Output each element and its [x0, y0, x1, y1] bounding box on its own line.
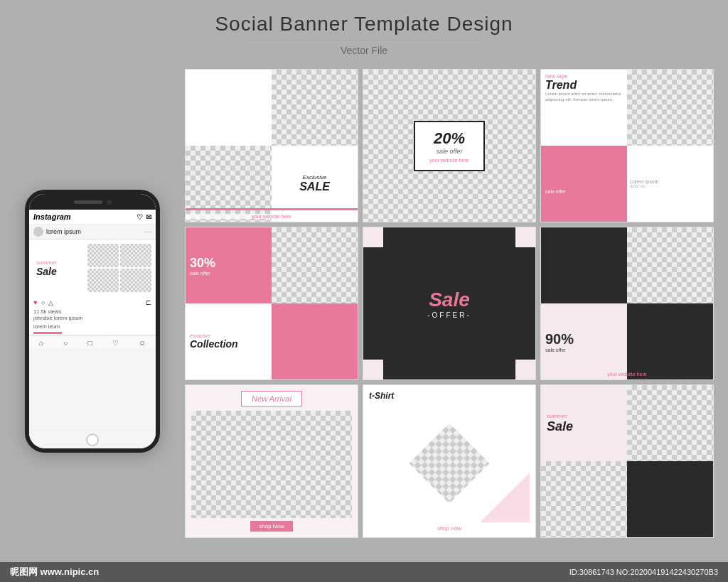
banner-summer-sale: summer Sale — [540, 384, 714, 538]
insta-actions: ♥ ○ △ ⊏ — [29, 296, 156, 308]
b3-bottom-right: Lorem ipsum dolor sit — [627, 146, 713, 222]
b3-desc2: Lorem ipsum — [630, 179, 710, 184]
banner-exclusive-sale: Exclusive SALE your website here — [185, 69, 358, 222]
camera-icon[interactable]: □ — [87, 339, 92, 347]
search-icon[interactable]: ○ — [63, 339, 68, 347]
like-icon[interactable]: ♥ — [33, 298, 38, 306]
insta-username: lorem ipsum — [46, 228, 141, 235]
insta-post-content: summer Sale ♥ ○ △ — [29, 239, 156, 334]
b1-top-left — [186, 70, 272, 146]
profile-icon[interactable]: ☺ — [139, 339, 146, 347]
phone-mockup: Instagram ♡ ✉ lorem ipsum ⋯ summer — [25, 190, 160, 453]
phone-top-bar — [29, 194, 156, 210]
sale-label: Sale — [547, 419, 621, 434]
send-icon: ✉ — [146, 213, 151, 221]
checker-bl — [87, 269, 119, 292]
insta-comment2: lorem leum — [29, 323, 156, 332]
insta-header: Instagram ♡ ✉ — [29, 210, 156, 225]
summer-label: summer — [547, 413, 621, 419]
b3-top-left: New Style Trend Lorem ipsum dolor sit am… — [541, 70, 627, 146]
summer-label: summer — [36, 259, 82, 266]
exclusive-label: Exclusive — [303, 174, 327, 180]
b6-bottom-left: 90% sale offer — [541, 303, 627, 379]
insta-bottom-nav[interactable]: ⌂ ○ □ ♡ ☺ — [29, 335, 156, 348]
corner-tr — [515, 227, 535, 247]
b2-percent: 20% — [429, 129, 469, 148]
banner-grid-container: Exclusive SALE your website here 20% sal… — [185, 69, 714, 573]
b4-collection: Collection — [190, 338, 267, 350]
b8-diamond — [409, 423, 489, 503]
corner-br — [515, 360, 535, 379]
phone-speaker — [74, 200, 102, 204]
b8-shop[interactable]: shop now — [369, 525, 530, 532]
b4-bottom-left: exclusive Collection — [186, 303, 272, 379]
b4-top-left: 30% sale offer — [186, 227, 272, 303]
b9-top-left: summer Sale — [541, 385, 627, 461]
b3-percent: 10% — [545, 174, 623, 189]
new-arrival-label: New Arrival — [241, 391, 302, 406]
b6-percent: 90% — [545, 331, 623, 347]
b3-offer: sale offer — [545, 189, 623, 194]
sale-right — [87, 244, 151, 292]
banner-grid: Exclusive SALE your website here 20% sal… — [185, 69, 714, 538]
b5-sale: Sale — [427, 289, 471, 311]
banner-tshirt: t-Shirt shop now — [363, 384, 536, 538]
heart-icon: ♡ — [136, 213, 143, 221]
insta-nav-bar: lorem ipsum ⋯ — [29, 225, 156, 239]
banner-new-arrival: New Arrival shop Now — [185, 384, 358, 538]
checker-tl — [87, 244, 119, 267]
b2-inner: 20% sale offer your website here — [414, 121, 484, 171]
b2-offer: sale offer — [429, 148, 469, 155]
pink-accent-line — [186, 208, 358, 210]
trend-desc: Lorem ipsum dolor sit amet, consectetur … — [545, 92, 623, 103]
b7-shop[interactable]: shop Now — [250, 521, 293, 532]
insta-more-icon: ⋯ — [144, 228, 151, 236]
b4-percent: 30% — [190, 256, 267, 271]
b6-top-left — [541, 227, 627, 303]
banner-20-sale: 20% sale offer your website here — [363, 69, 536, 222]
checker-br — [120, 269, 151, 292]
corner-tl — [363, 227, 383, 247]
share-icon[interactable]: △ — [48, 299, 53, 306]
home-icon[interactable]: ⌂ — [39, 339, 43, 347]
sale-label: SALE — [299, 180, 330, 193]
page-header: Social Banner Template Design Vector Fil… — [0, 0, 728, 62]
b3-bottom-left: 10% sale offer — [541, 146, 627, 222]
b6-offer: sale offer — [545, 347, 623, 352]
page-title: Social Banner Template Design — [0, 13, 728, 36]
banner-trend: New Style Trend Lorem ipsum dolor sit am… — [540, 69, 714, 222]
insta-sale-banner: summer Sale — [29, 239, 156, 296]
phone-bottom-bar — [29, 430, 156, 448]
b4-bottom-right — [272, 303, 358, 379]
sale-label: Sale — [36, 266, 82, 277]
b5-inner: Sale -OFFER- — [414, 281, 484, 326]
insta-avatar — [33, 227, 43, 237]
pink-bar — [33, 332, 62, 334]
bookmark-icon[interactable]: ⊏ — [146, 299, 151, 306]
comment-icon[interactable]: ○ — [41, 299, 45, 306]
pink-triangle — [480, 473, 530, 522]
phone-camera — [107, 200, 112, 205]
insta-views: 11.5k views — [29, 308, 156, 315]
phone-home-button[interactable] — [86, 433, 99, 446]
website-label: your website here — [186, 214, 358, 219]
watermark-bar: 昵图网 www.nipic.cn ID:30861743 NO:20200419… — [0, 562, 728, 582]
corner-bl — [363, 360, 383, 379]
insta-comment: johndoe lorem ipsum — [29, 315, 156, 323]
b4-offer: sale offer — [190, 271, 267, 276]
b9-bottom-right — [627, 461, 713, 537]
b3-desc3: dolor sit — [630, 184, 710, 188]
checker-tr — [120, 244, 151, 267]
b8-diamond-container — [369, 404, 530, 522]
b1-top-right — [272, 70, 358, 146]
banner-90-sale: 90% sale offer your website here — [540, 227, 714, 380]
newstyle-label: New Style — [545, 74, 623, 79]
nipic-logo: 昵图网 www.nipic.cn — [10, 566, 99, 578]
main-layout: Instagram ♡ ✉ lorem ipsum ⋯ summer — [0, 62, 728, 581]
insta-icons: ♡ ✉ — [136, 213, 151, 221]
phone-container: Instagram ♡ ✉ lorem ipsum ⋯ summer — [14, 69, 171, 573]
heart-nav-icon[interactable]: ♡ — [112, 339, 119, 347]
b5-offer: -OFFER- — [427, 311, 471, 319]
b3-top-right — [627, 70, 713, 146]
b6-bottom-right — [627, 303, 713, 379]
